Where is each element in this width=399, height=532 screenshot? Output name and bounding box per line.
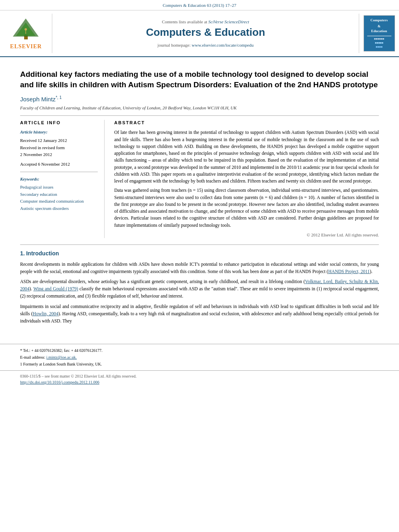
revised-date: Received in revised form 2 November 2012 xyxy=(20,144,98,158)
divider xyxy=(20,115,379,116)
doi-link[interactable]: http://dx.doi.org/10.1016/j.compedu.2012… xyxy=(20,379,379,385)
article-info-label: ARTICLE INFO xyxy=(20,120,98,126)
main-content: Additional key factors mediating the use… xyxy=(0,57,399,336)
section-title-text: Introduction xyxy=(26,250,59,257)
author-affiliation: Faculty of Children and Learning, Instit… xyxy=(20,105,379,111)
footnote-1: 1 Formerly at London South Bank Universi… xyxy=(20,361,379,367)
keywords-label: Keywords: xyxy=(20,176,98,182)
howlin-link[interactable]: Howlin, 2004 xyxy=(33,311,58,316)
footnote-email: E-mail address: j.mintz@ioe.ac.uk. xyxy=(20,354,379,360)
thumb-decorative3: ■■■■ xyxy=(376,45,383,49)
abstract-label: ABSTRACT xyxy=(114,120,379,126)
journal-thumbnail-area: Computers & Education ■■■■■■ ■■■■■ ■■■■ xyxy=(359,14,399,53)
bottom-bar: 0360-1315/$ – see front matter © 2012 El… xyxy=(0,370,399,385)
two-col-section: ARTICLE INFO Article history: Received 1… xyxy=(20,120,379,238)
intro-para1: Recent developments in mobile applicatio… xyxy=(20,261,379,275)
elsevier-logo-area: ELSEVIER xyxy=(0,14,52,53)
author-name-text: Joseph Mintz xyxy=(20,96,56,103)
footnote-tel: * Tel.: + 44 02076126382; fax: + 44 0207… xyxy=(20,347,379,353)
thumb-journal-title: Computers xyxy=(370,18,388,23)
svg-point-3 xyxy=(25,28,27,31)
journal-ref-text: Computers & Education 63 (2013) 17–27 xyxy=(162,3,236,8)
thumb-divider xyxy=(367,36,391,36)
history-label: Article history: xyxy=(20,129,98,135)
homepage-url[interactable]: www.elsevier.com/locate/compedu xyxy=(192,43,254,47)
thumb-decorative2: ■■■■■ xyxy=(375,41,383,45)
article-title: Additional key factors mediating the use… xyxy=(20,69,379,90)
article-info-column: ARTICLE INFO Article history: Received 1… xyxy=(20,120,105,238)
received-date: Received 12 January 2012 xyxy=(20,137,98,144)
hands-project-link[interactable]: HANDS Project, 2011 xyxy=(328,269,370,274)
revised-date-val: 2 November 2012 xyxy=(20,152,52,157)
elsevier-tree-icon xyxy=(9,16,43,41)
author-sup: *, 1 xyxy=(56,95,62,100)
accepted-date: Accepted 6 November 2012 xyxy=(20,161,98,168)
thumb-journal-title2: & xyxy=(378,24,381,29)
journal-header: ELSEVIER Contents lists available at Con… xyxy=(0,10,399,57)
page: Computers & Education 63 (2013) 17–27 EL… xyxy=(0,0,399,532)
wing-link[interactable]: Wing and Gould (1979) xyxy=(33,286,78,291)
thumb-decorative: ■■■■■■ xyxy=(374,37,384,41)
section-number: 1. xyxy=(20,250,25,257)
email-label: E-mail address: xyxy=(20,355,45,359)
intro-para3: Impairments in social and communicative … xyxy=(20,303,379,325)
footnote-area: * Tel.: + 44 02076126382; fax: + 44 0207… xyxy=(0,344,399,367)
introduction-section: 1. Introduction Recent developments in m… xyxy=(20,250,379,325)
header-center: Contents lists available at Contents lis… xyxy=(52,14,359,53)
keyword-1: Pedagogical issues xyxy=(20,184,98,191)
abstract-column: ABSTRACT Of late there has been growing … xyxy=(114,120,379,238)
keyword-3: Computer mediated communication xyxy=(20,198,98,205)
info-divider xyxy=(20,172,98,172)
email-link[interactable]: j.mintz@ioe.ac.uk. xyxy=(46,355,77,359)
journal-thumbnail: Computers & Education ■■■■■■ ■■■■■ ■■■■ xyxy=(364,15,395,51)
main-divider xyxy=(20,244,379,245)
section-heading: 1. Introduction xyxy=(20,250,379,258)
elsevier-brand-text: ELSEVIER xyxy=(9,43,43,51)
intro-para2: ASDs are developmental disorders, whose … xyxy=(20,278,379,300)
author-name: Joseph Mintz*, 1 xyxy=(20,95,379,103)
copyright-line: © 2012 Elsevier Ltd. All rights reserved… xyxy=(114,232,379,238)
keyword-4: Autistic spectrum disorders xyxy=(20,205,98,212)
thumb-journal-title3: Education xyxy=(371,29,387,34)
keywords-list: Pedagogical issues Secondary education C… xyxy=(20,184,98,212)
journal-homepage: journal homepage: www.elsevier.com/locat… xyxy=(158,42,254,48)
keyword-2: Secondary education xyxy=(20,191,98,198)
journal-title: Computers & Education xyxy=(146,25,265,39)
journal-reference-bar: Computers & Education 63 (2013) 17–27 xyxy=(0,0,399,10)
elsevier-logo: ELSEVIER xyxy=(9,16,43,51)
issn-text: 0360-1315/$ – see front matter © 2012 El… xyxy=(20,373,379,379)
revised-text: Received in revised form xyxy=(20,145,65,150)
abstract-paragraph2: Data was gathered using from teachers (n… xyxy=(114,187,379,229)
doi-url[interactable]: http://dx.doi.org/10.1016/j.compedu.2012… xyxy=(20,380,99,384)
sciverse-line-only: Contents lists available at SciVerse Sci… xyxy=(162,19,249,25)
abstract-paragraph1: Of late there has been growing interest … xyxy=(114,129,379,185)
